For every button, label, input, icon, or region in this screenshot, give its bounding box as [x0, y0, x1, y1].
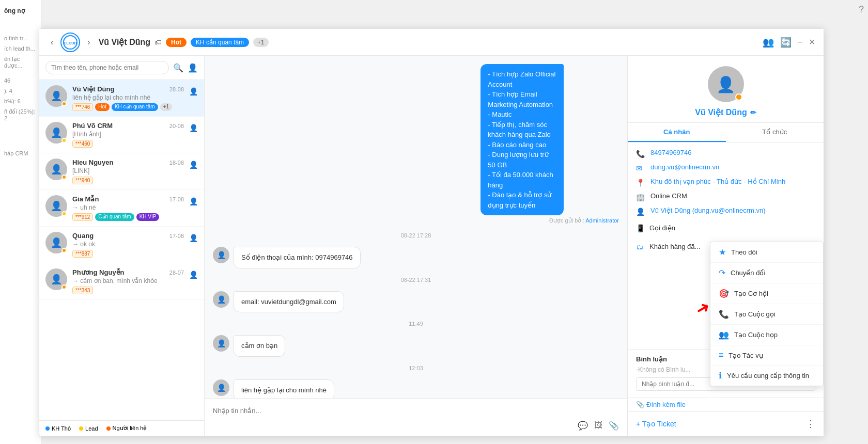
sidebar-label-status: o tình tr... [4, 35, 37, 41]
dropdown-item-tao-tac-vu[interactable]: ≡ Tạo Tác vụ [710, 345, 823, 366]
contact-name-4: Gia Mẫn [72, 195, 99, 203]
message-row-received-1: 👤 Số điện thoại của mình: 0974969746 [213, 247, 619, 268]
legend-lead: Lead [79, 425, 98, 432]
dropdown-item-tao-cuoc-goi[interactable]: 📞 Tạo Cuộc gọi [710, 304, 823, 325]
avatar-wrap-1: 👤 [45, 85, 67, 107]
sidebar-percent: ): 4 [4, 88, 37, 94]
dropdown-label-theo-doi: Theo dõi [731, 248, 757, 256]
contact-list: 👤 Vũ Việt Dũng 28-08 liên hệ gặp lại cho… [39, 80, 204, 420]
sidebar-percent2: b%): 6 [4, 98, 37, 104]
contact-item-1[interactable]: 👤 Vũ Việt Dũng 28-08 liên hệ gặp lại cho… [39, 80, 204, 117]
close-button[interactable]: ✕ [809, 37, 815, 47]
contact-info-5: Quang 17-08 → ok ok ***887 [72, 232, 184, 258]
minimize-button[interactable]: − [798, 38, 802, 47]
search-button[interactable]: 🔍 [173, 63, 183, 73]
sidebar-title-debt: ông nợ [4, 5, 37, 17]
legend-label-lead: Lead [85, 425, 98, 432]
contact-right-icon-5: 👤 [189, 234, 198, 242]
contact-info-6: Phương Nguyễn 28-07 → cảm ơn ban, mình v… [72, 268, 184, 294]
message-row-received-3: 👤 cảm ơn bạn [213, 335, 619, 357]
contact-right-icon-4: 👤 [189, 197, 198, 205]
contact-item-3[interactable]: 👤 Hieu Nguyen 18-08 [LINK] ***940 [39, 153, 204, 190]
chat-messages-panel: - Tích hợp Zalo Official Account - Tích … [205, 56, 627, 436]
message-time-4: 12:03 [213, 365, 619, 371]
contact-item-5[interactable]: 👤 Quang 17-08 → ok ok ***887 [39, 227, 204, 263]
contact-item-6[interactable]: 👤 Phương Nguyễn 28-07 → cảm ơn ban, mình… [39, 263, 204, 300]
tao-co-hoi-icon: 🎯 [719, 289, 729, 298]
add-contact-button[interactable]: 👤 [188, 63, 198, 73]
edit-profile-icon[interactable]: ✏ [750, 108, 756, 117]
contact-preview-5: → ok ok [72, 241, 184, 248]
chat-header: ‹ CLOUD › Vũ Việt Dũng 🏷 Hot KH cần quan… [39, 29, 824, 56]
dropdown-item-tao-cuoc-hop[interactable]: 👥 Tạo Cuộc họp [710, 325, 823, 345]
create-ticket-button[interactable]: + Tạo Ticket [636, 420, 676, 428]
legend-lien-he: Người liên hệ [106, 425, 147, 432]
sidebar-count: 46 [4, 77, 37, 84]
message-row-sent-1: - Tích hợp Zalo Official Account - Tích … [213, 64, 619, 224]
refresh-icon-button[interactable]: 🔄 [780, 37, 792, 48]
info-phone: 84974969746 [650, 149, 692, 156]
contact-item-2[interactable]: 👤 Phú Võ CRM 20-08 [Hình ảnh] ***460 [39, 117, 204, 153]
contact-info-4: Gia Mẫn 17-08 → uh nè ***912 Cần quan tâ… [72, 195, 184, 221]
contact-name-3: Hieu Nguyen [72, 158, 113, 166]
chat-input[interactable] [213, 404, 619, 418]
contact-info-2: Phú Võ CRM 20-08 [Hình ảnh] ***460 [72, 122, 184, 148]
chat-input-area: 💬 🖼 📎 [205, 398, 627, 436]
nav-next-button[interactable]: › [84, 37, 93, 48]
tab-org[interactable]: Tổ chức [726, 123, 824, 142]
message-sender-note-1: Được gửi bởi: Administrator [481, 217, 619, 224]
info-phone-row: 📞 84974969746 [636, 149, 815, 158]
chat-input-icons: 💬 🖼 📎 [213, 421, 619, 431]
status-indicator-3 [61, 175, 67, 180]
message-bubble-sent-1: - Tích hợp Zalo Official Account - Tích … [481, 64, 564, 215]
left-sidebar: ông nợ o tình tr... ích lead th... ên lạ… [0, 0, 41, 444]
more-options-button[interactable]: ⋮ [806, 418, 815, 430]
contact-date-6: 28-07 [169, 269, 184, 276]
message-avatar-3: 👤 [213, 335, 229, 352]
message-row-received-2: 👤 email: vuvietdungdl@gmail.com [213, 291, 619, 313]
profile-name-text: Vũ Việt Dũng [695, 107, 747, 117]
contact-name-row-5: Quang 17-08 [72, 232, 184, 240]
legend-label-kh-tho: KH Thô [52, 425, 71, 432]
badge-hot: Hot [166, 38, 187, 47]
avatar-wrap-5: 👤 [45, 232, 67, 253]
sidebar-bottom: háp CRM [4, 150, 37, 156]
message-row-received-4: 👤 liên hệ gặp lại cho mình nhé [213, 379, 619, 399]
dropdown-label-chuyen-doi: Chuyển đổi [731, 269, 765, 277]
contact-name-row-3: Hieu Nguyen 18-08 [72, 158, 184, 166]
attach-icon[interactable]: 📎 [609, 421, 619, 431]
message-avatar-2: 👤 [213, 291, 229, 308]
dropdown-label-yeu-cau: Yêu cầu cung cấp thông tin [727, 372, 809, 379]
contact-item-4[interactable]: 👤 Gia Mẫn 17-08 → uh nè ***912 Cần [39, 190, 204, 227]
profile-status-dot [735, 93, 742, 101]
contact-name-6: Phương Nguyễn [72, 268, 125, 276]
help-icon[interactable]: ? [859, 4, 864, 15]
legend-bar: KH Thô Lead Người liên hệ [39, 420, 204, 436]
attach-file-row: 📎 Đính kèm file [628, 397, 824, 411]
dropdown-item-yeu-cau[interactable]: ℹ Yêu cầu cung cấp thông tin [710, 366, 823, 386]
contact-preview-6: → cảm ơn ban, mình vẫn khỏe [72, 277, 184, 284]
header-left: ‹ CLOUD › [48, 33, 94, 52]
dropdown-item-tao-co-hoi[interactable]: 🎯 Tạo Cơ hội [710, 283, 823, 304]
yeu-cau-icon: ℹ [719, 371, 722, 380]
attach-file-button[interactable]: 📎 Đính kèm file [636, 401, 686, 408]
contact-date-4: 17-08 [169, 196, 184, 202]
legend-label-lien-he: Người liên hệ [113, 425, 147, 432]
location-icon: 📍 [636, 179, 645, 187]
tao-cuoc-hop-icon: 👥 [719, 330, 729, 340]
search-input[interactable] [45, 61, 169, 74]
dropdown-item-chuyen-doi[interactable]: ↷ Chuyển đổi [710, 263, 823, 283]
contact-id-1: ***746 [72, 103, 93, 111]
info-company: Online CRM [650, 192, 687, 200]
message-avatar-4: 👤 [213, 379, 229, 396]
dropdown-item-theo-doi[interactable]: ★ Theo dõi [710, 242, 823, 263]
contact-list-panel: 🔍 👤 👤 Vũ Việt Dũng 28-08 [39, 56, 205, 436]
company-icon: 🏢 [636, 193, 645, 201]
nav-prev-button[interactable]: ‹ [48, 37, 56, 48]
emoji-icon[interactable]: 💬 [578, 421, 588, 431]
image-icon[interactable]: 🖼 [594, 421, 602, 431]
team-icon-button[interactable]: 👥 [763, 37, 774, 48]
info-linked: Vũ Việt Dũng (dung.vu@onlinecrm.vn) [650, 207, 766, 214]
info-email-row: ✉ dung.vu@onlinecrm.vn [636, 163, 815, 172]
tab-personal[interactable]: Cá nhân [628, 123, 726, 142]
